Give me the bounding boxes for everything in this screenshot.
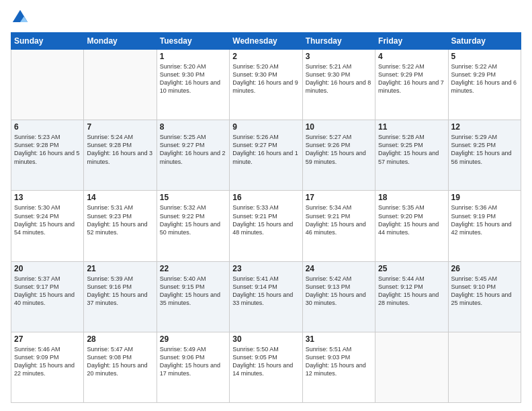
calendar-cell: 16Sunrise: 5:33 AM Sunset: 9:21 PM Dayli… — [230, 191, 302, 261]
day-number: 15 — [160, 193, 226, 202]
calendar-cell: 23Sunrise: 5:41 AM Sunset: 9:14 PM Dayli… — [230, 261, 302, 332]
calendar-cell: 30Sunrise: 5:50 AM Sunset: 9:05 PM Dayli… — [230, 332, 302, 402]
calendar-cell: 14Sunrise: 5:31 AM Sunset: 9:23 PM Dayli… — [84, 191, 157, 261]
day-number: 25 — [378, 264, 445, 273]
calendar-cell: 29Sunrise: 5:49 AM Sunset: 9:06 PM Dayli… — [157, 332, 229, 402]
day-info: Sunrise: 5:20 AM Sunset: 9:30 PM Dayligh… — [160, 62, 226, 95]
calendar-cell — [375, 332, 448, 402]
day-number: 27 — [14, 334, 81, 344]
calendar-cell — [448, 332, 521, 402]
day-info: Sunrise: 5:49 AM Sunset: 9:06 PM Dayligh… — [160, 345, 226, 378]
day-info: Sunrise: 5:37 AM Sunset: 9:17 PM Dayligh… — [14, 275, 81, 308]
day-info: Sunrise: 5:20 AM Sunset: 9:30 PM Dayligh… — [232, 62, 299, 95]
calendar-cell: 13Sunrise: 5:30 AM Sunset: 9:24 PM Dayli… — [11, 191, 84, 261]
calendar-cell: 22Sunrise: 5:40 AM Sunset: 9:15 PM Dayli… — [157, 261, 229, 332]
day-number: 11 — [378, 122, 445, 132]
day-number: 4 — [378, 52, 445, 61]
calendar-cell: 1Sunrise: 5:20 AM Sunset: 9:30 PM Daylig… — [157, 50, 229, 120]
day-number: 14 — [87, 193, 153, 202]
day-info: Sunrise: 5:50 AM Sunset: 9:05 PM Dayligh… — [232, 345, 299, 378]
calendar-week-row-1: 1Sunrise: 5:20 AM Sunset: 9:30 PM Daylig… — [11, 50, 521, 120]
calendar-cell: 24Sunrise: 5:42 AM Sunset: 9:13 PM Dayli… — [302, 261, 375, 332]
day-info: Sunrise: 5:30 AM Sunset: 9:24 PM Dayligh… — [14, 203, 81, 236]
day-info: Sunrise: 5:47 AM Sunset: 9:08 PM Dayligh… — [87, 345, 153, 378]
calendar-header-wednesday: Wednesday — [230, 33, 302, 50]
day-number: 26 — [451, 264, 518, 273]
calendar-cell: 15Sunrise: 5:32 AM Sunset: 9:22 PM Dayli… — [157, 191, 229, 261]
day-info: Sunrise: 5:27 AM Sunset: 9:26 PM Dayligh… — [306, 133, 372, 166]
day-info: Sunrise: 5:44 AM Sunset: 9:12 PM Dayligh… — [378, 275, 445, 308]
day-number: 31 — [306, 334, 372, 344]
calendar-cell: 8Sunrise: 5:25 AM Sunset: 9:27 PM Daylig… — [157, 120, 229, 191]
calendar-table: SundayMondayTuesdayWednesdayThursdayFrid… — [11, 32, 521, 403]
day-info: Sunrise: 5:33 AM Sunset: 9:21 PM Dayligh… — [232, 203, 299, 236]
day-number: 8 — [160, 122, 226, 132]
calendar-cell: 28Sunrise: 5:47 AM Sunset: 9:08 PM Dayli… — [84, 332, 157, 402]
calendar-header-tuesday: Tuesday — [157, 33, 229, 50]
calendar-cell: 18Sunrise: 5:35 AM Sunset: 9:20 PM Dayli… — [375, 191, 448, 261]
calendar-header-row: SundayMondayTuesdayWednesdayThursdayFrid… — [11, 33, 521, 50]
calendar-cell: 12Sunrise: 5:29 AM Sunset: 9:25 PM Dayli… — [448, 120, 521, 191]
day-info: Sunrise: 5:36 AM Sunset: 9:19 PM Dayligh… — [451, 203, 518, 236]
calendar-week-row-2: 6Sunrise: 5:23 AM Sunset: 9:28 PM Daylig… — [11, 120, 521, 191]
calendar-cell: 21Sunrise: 5:39 AM Sunset: 9:16 PM Dayli… — [84, 261, 157, 332]
header — [11, 8, 521, 27]
day-number: 3 — [306, 52, 372, 61]
day-number: 22 — [160, 264, 226, 273]
day-info: Sunrise: 5:22 AM Sunset: 9:29 PM Dayligh… — [378, 62, 445, 95]
calendar-cell — [11, 50, 84, 120]
day-number: 20 — [14, 264, 81, 273]
calendar-week-row-4: 20Sunrise: 5:37 AM Sunset: 9:17 PM Dayli… — [11, 261, 521, 332]
day-info: Sunrise: 5:25 AM Sunset: 9:27 PM Dayligh… — [160, 133, 226, 166]
day-number: 23 — [232, 264, 299, 273]
day-info: Sunrise: 5:29 AM Sunset: 9:25 PM Dayligh… — [451, 133, 518, 166]
calendar-cell: 17Sunrise: 5:34 AM Sunset: 9:21 PM Dayli… — [302, 191, 375, 261]
day-number: 28 — [87, 334, 153, 344]
day-number: 2 — [232, 52, 299, 61]
calendar-header-sunday: Sunday — [11, 33, 84, 50]
day-number: 7 — [87, 122, 153, 132]
calendar-header-thursday: Thursday — [302, 33, 375, 50]
day-info: Sunrise: 5:22 AM Sunset: 9:29 PM Dayligh… — [451, 62, 518, 95]
day-info: Sunrise: 5:24 AM Sunset: 9:28 PM Dayligh… — [87, 133, 153, 166]
calendar-week-row-5: 27Sunrise: 5:46 AM Sunset: 9:09 PM Dayli… — [11, 332, 521, 402]
calendar-cell: 4Sunrise: 5:22 AM Sunset: 9:29 PM Daylig… — [375, 50, 448, 120]
day-number: 29 — [160, 334, 226, 344]
calendar-cell: 5Sunrise: 5:22 AM Sunset: 9:29 PM Daylig… — [448, 50, 521, 120]
calendar-cell: 7Sunrise: 5:24 AM Sunset: 9:28 PM Daylig… — [84, 120, 157, 191]
day-info: Sunrise: 5:41 AM Sunset: 9:14 PM Dayligh… — [232, 275, 299, 308]
calendar-cell: 31Sunrise: 5:51 AM Sunset: 9:03 PM Dayli… — [302, 332, 375, 402]
day-number: 1 — [160, 52, 226, 61]
day-info: Sunrise: 5:45 AM Sunset: 9:10 PM Dayligh… — [451, 275, 518, 308]
day-number: 19 — [451, 193, 518, 202]
day-number: 12 — [451, 122, 518, 132]
day-number: 17 — [306, 193, 372, 202]
day-info: Sunrise: 5:31 AM Sunset: 9:23 PM Dayligh… — [87, 203, 153, 236]
day-number: 16 — [232, 193, 299, 202]
calendar-header-friday: Friday — [375, 33, 448, 50]
calendar-week-row-3: 13Sunrise: 5:30 AM Sunset: 9:24 PM Dayli… — [11, 191, 521, 261]
day-info: Sunrise: 5:21 AM Sunset: 9:30 PM Dayligh… — [306, 62, 372, 95]
day-info: Sunrise: 5:35 AM Sunset: 9:20 PM Dayligh… — [378, 203, 445, 236]
calendar-cell: 6Sunrise: 5:23 AM Sunset: 9:28 PM Daylig… — [11, 120, 84, 191]
page: SundayMondayTuesdayWednesdayThursdayFrid… — [0, 0, 532, 411]
day-number: 21 — [87, 264, 153, 273]
day-info: Sunrise: 5:51 AM Sunset: 9:03 PM Dayligh… — [306, 345, 372, 378]
calendar-header-saturday: Saturday — [448, 33, 521, 50]
calendar-cell: 25Sunrise: 5:44 AM Sunset: 9:12 PM Dayli… — [375, 261, 448, 332]
day-info: Sunrise: 5:23 AM Sunset: 9:28 PM Dayligh… — [14, 133, 81, 166]
day-info: Sunrise: 5:32 AM Sunset: 9:22 PM Dayligh… — [160, 203, 226, 236]
day-number: 18 — [378, 193, 445, 202]
day-info: Sunrise: 5:40 AM Sunset: 9:15 PM Dayligh… — [160, 275, 226, 308]
day-info: Sunrise: 5:46 AM Sunset: 9:09 PM Dayligh… — [14, 345, 81, 378]
logo — [11, 8, 32, 27]
day-number: 9 — [232, 122, 299, 132]
calendar-header-monday: Monday — [84, 33, 157, 50]
day-number: 5 — [451, 52, 518, 61]
calendar-cell: 9Sunrise: 5:26 AM Sunset: 9:27 PM Daylig… — [230, 120, 302, 191]
day-number: 13 — [14, 193, 81, 202]
calendar-cell: 20Sunrise: 5:37 AM Sunset: 9:17 PM Dayli… — [11, 261, 84, 332]
calendar-cell: 10Sunrise: 5:27 AM Sunset: 9:26 PM Dayli… — [302, 120, 375, 191]
day-info: Sunrise: 5:42 AM Sunset: 9:13 PM Dayligh… — [306, 275, 372, 308]
day-number: 6 — [14, 122, 81, 132]
